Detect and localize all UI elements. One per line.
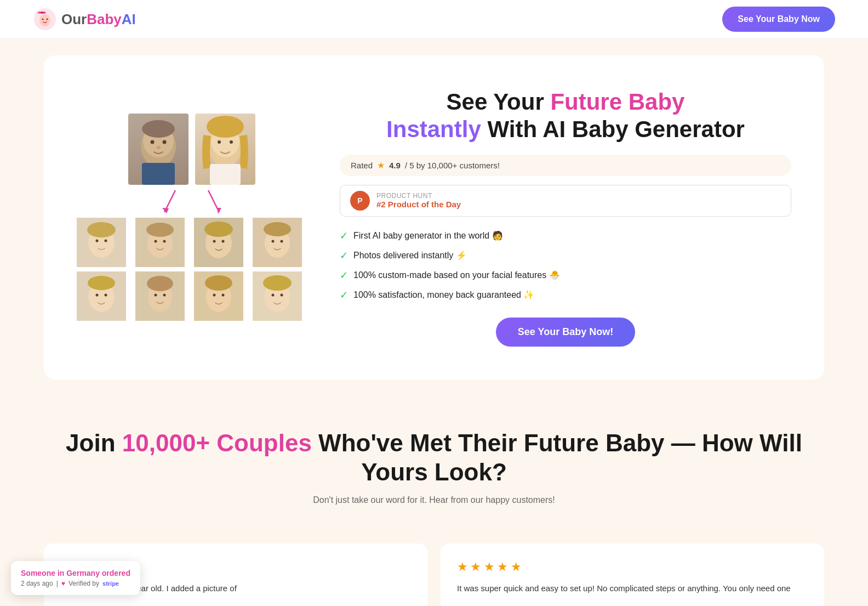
dad-photo xyxy=(128,114,189,185)
toast-subtitle: 2 days ago | ♥ Verified by stripe xyxy=(21,580,130,587)
svg-point-40 xyxy=(281,240,283,243)
logo-icon xyxy=(33,7,57,31)
star-4: ★ xyxy=(497,560,508,574)
mom-photo xyxy=(195,114,255,185)
svg-point-29 xyxy=(155,240,157,243)
baby-face-1 xyxy=(77,218,126,267)
svg-point-61 xyxy=(263,275,292,291)
svg-point-36 xyxy=(204,222,233,237)
features-list: ✓ First AI baby generator in the world 🧑… xyxy=(340,230,791,301)
product-hunt-text: PRODUCT HUNT #2 Product of the Day xyxy=(376,192,461,209)
svg-point-26 xyxy=(87,222,116,237)
feature-item-3: ✓ 100% custom-made based on your facial … xyxy=(340,269,791,281)
hero-section: See Your Future Baby Instantly With AI B… xyxy=(44,55,824,380)
toast-separator: | xyxy=(56,580,58,587)
svg-point-41 xyxy=(264,222,291,236)
svg-rect-11 xyxy=(142,163,175,185)
baby-face-4 xyxy=(253,218,302,267)
svg-point-60 xyxy=(281,294,283,297)
join-subtitle: Don't just take our word for it. Hear fr… xyxy=(44,495,824,505)
svg-point-15 xyxy=(230,140,233,144)
check-icon-1: ✓ xyxy=(340,230,348,242)
stars-row-2: ★ ★ ★ ★ ★ xyxy=(457,560,808,574)
toast-verified: Verified by xyxy=(68,580,99,587)
svg-point-8 xyxy=(163,140,167,144)
product-hunt-icon: P xyxy=(350,191,370,211)
star-5: ★ xyxy=(511,560,522,574)
baby-face-7 xyxy=(194,271,243,321)
star-2: ★ xyxy=(470,560,481,574)
review-card-2: ★ ★ ★ ★ ★ It was super quick and easy to… xyxy=(441,543,824,606)
toast-title: Someone in Germany ordered xyxy=(21,569,130,577)
svg-point-44 xyxy=(96,294,99,297)
logo: OurBabyAI xyxy=(33,7,136,31)
baby-face-2 xyxy=(135,218,185,267)
nav-cta-button[interactable]: See Your Baby Now xyxy=(722,7,835,32)
svg-marker-19 xyxy=(162,208,169,213)
product-hunt-badge: P PRODUCT HUNT #2 Product of the Day xyxy=(340,185,791,217)
baby-face-3 xyxy=(194,218,243,267)
svg-point-51 xyxy=(147,276,173,291)
svg-point-49 xyxy=(155,294,157,297)
svg-point-30 xyxy=(163,240,166,243)
svg-point-34 xyxy=(213,240,216,243)
svg-point-59 xyxy=(272,294,275,297)
svg-point-14 xyxy=(218,140,221,144)
feature-item-2: ✓ Photos delivered instantly ⚡ xyxy=(340,250,791,262)
svg-marker-21 xyxy=(217,208,221,214)
svg-point-2 xyxy=(42,19,44,20)
svg-point-45 xyxy=(105,294,107,297)
baby-grid-illustration xyxy=(77,114,307,321)
baby-face-6 xyxy=(135,271,185,321)
svg-point-10 xyxy=(142,120,175,138)
star-3: ★ xyxy=(484,560,495,574)
check-icon-2: ✓ xyxy=(340,250,348,262)
svg-point-24 xyxy=(96,240,99,242)
rating-score: 4.9 xyxy=(389,161,401,170)
svg-point-9 xyxy=(156,146,161,149)
rating-text: Rated xyxy=(351,161,373,170)
logo-text: OurBabyAI xyxy=(61,11,136,28)
svg-point-4 xyxy=(41,12,43,14)
review-text-2: It was super quick and easy to set up! N… xyxy=(457,582,808,595)
svg-point-3 xyxy=(47,19,48,20)
hero-text: See Your Future Baby Instantly With AI B… xyxy=(340,88,791,347)
check-icon-3: ✓ xyxy=(340,269,348,281)
join-title: Join 10,000+ Couples Who've Met Their Fu… xyxy=(44,429,824,487)
parents-row xyxy=(77,114,307,185)
feature-item-1: ✓ First AI baby generator in the world 🧑 xyxy=(340,230,791,242)
svg-point-50 xyxy=(163,294,166,297)
svg-point-25 xyxy=(105,240,107,242)
heart-icon: ♥ xyxy=(61,580,65,587)
check-icon-4: ✓ xyxy=(340,289,348,301)
svg-point-54 xyxy=(213,294,216,297)
feature-item-4: ✓ 100% satisfaction, money back guarante… xyxy=(340,289,791,301)
hero-title: See Your Future Baby Instantly With AI B… xyxy=(340,88,791,144)
rating-suffix: / 5 by 10,000+ customers! xyxy=(405,161,500,170)
svg-point-39 xyxy=(272,240,275,243)
baby-face-8 xyxy=(253,271,302,321)
svg-point-35 xyxy=(222,240,225,243)
svg-point-7 xyxy=(151,140,155,144)
toast-time: 2 days ago xyxy=(21,580,53,587)
svg-point-55 xyxy=(222,294,225,297)
svg-point-56 xyxy=(205,275,232,291)
hero-cta-button[interactable]: See Your Baby Now! xyxy=(496,318,635,347)
navbar: OurBabyAI See Your Baby Now xyxy=(0,0,868,39)
svg-point-16 xyxy=(207,116,244,138)
arrows-svg xyxy=(137,185,247,218)
svg-point-46 xyxy=(88,276,115,290)
star-icon: ★ xyxy=(377,160,385,171)
baby-face-5 xyxy=(77,271,126,321)
rating-bar: Rated ★ 4.9 / 5 by 10,000+ customers! xyxy=(340,155,791,176)
toast-notification: Someone in Germany ordered 2 days ago | … xyxy=(11,561,140,595)
join-section: Join 10,000+ Couples Who've Met Their Fu… xyxy=(0,396,868,544)
svg-rect-17 xyxy=(210,164,241,185)
babies-grid xyxy=(77,218,307,321)
star-1: ★ xyxy=(457,560,468,574)
svg-point-31 xyxy=(146,223,174,237)
svg-point-1 xyxy=(39,14,50,26)
stripe-badge: stripe xyxy=(102,580,119,587)
